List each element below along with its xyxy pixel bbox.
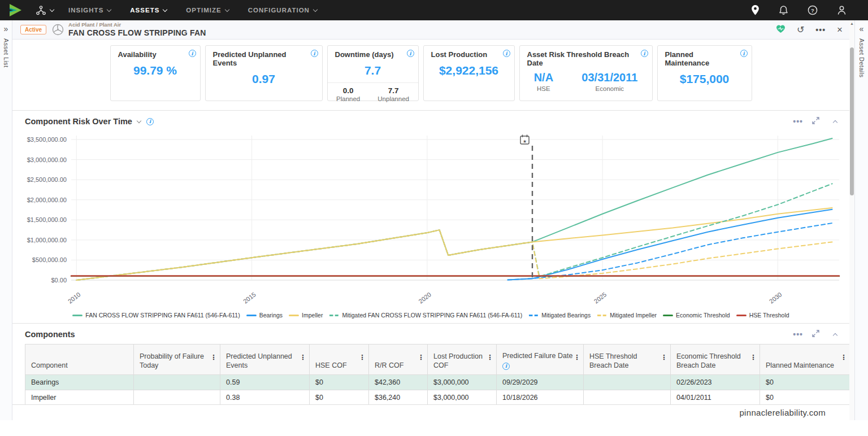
legend-swatch: [329, 315, 339, 316]
kpi-card-availability: Availabilityi99.79 %: [110, 45, 201, 101]
health-heart-icon[interactable]: [776, 25, 785, 35]
chevron-down-icon: [50, 7, 54, 11]
legend-item-economic-threshold[interactable]: Economic Threshold: [663, 312, 730, 319]
column-menu-icon[interactable]: ⋮: [574, 354, 580, 363]
undo-icon[interactable]: ↺: [797, 25, 804, 34]
column-menu-icon[interactable]: ⋮: [487, 354, 493, 363]
svg-text:?: ?: [811, 7, 814, 14]
legend-item-bearings[interactable]: Bearings: [246, 312, 283, 319]
expand-asset-list-icon[interactable]: »: [4, 25, 8, 33]
kpi-value: 99.79 %: [111, 64, 200, 77]
column-header-hse-threshold-breach-date: HSE Threshold Breach Date⋮: [584, 345, 671, 375]
main-menu: INSIGHTSASSETSOPTIMIZECONFIGURATION: [68, 7, 317, 14]
kpi-label: Lost Production: [424, 51, 514, 59]
pinnacle-logo[interactable]: [8, 3, 23, 17]
close-icon[interactable]: ×: [837, 25, 843, 34]
cell: $0: [760, 390, 850, 405]
column-menu-icon[interactable]: ⋮: [661, 354, 667, 363]
column-menu-icon[interactable]: ⋮: [210, 354, 217, 363]
kpi-value: $2,922,156: [424, 64, 514, 77]
hierarchy-selector[interactable]: [36, 6, 54, 15]
table-row-impeller[interactable]: Impeller0.38$0$36,240$3,000,00010/18/202…: [25, 390, 850, 405]
info-icon[interactable]: i: [641, 50, 648, 57]
kpi-value: 0.97: [206, 72, 322, 86]
help-icon[interactable]: ?: [808, 5, 818, 15]
components-section-title: Components: [25, 330, 75, 339]
legend-item-mitigated-impeller[interactable]: Mitigated Impeller: [597, 312, 657, 319]
column-label: Predicted Unplanned Events: [226, 352, 299, 370]
table-menu-icon[interactable]: •••: [793, 330, 803, 339]
collapse-chart-icon[interactable]: [833, 120, 837, 124]
legend-item-mitigated-fan-cross-flow-stripping-fan-fa611-546-fa-611-[interactable]: Mitigated FAN CROSS FLOW STRIPPING FAN F…: [329, 312, 522, 319]
chevron-down-icon[interactable]: [137, 118, 141, 123]
more-options-icon[interactable]: •••: [815, 25, 826, 34]
breadcrumb[interactable]: Acid Plant / Plant Air: [68, 22, 206, 28]
legend-item-hse-threshold[interactable]: HSE Threshold: [736, 312, 789, 319]
info-icon[interactable]: i: [503, 50, 510, 57]
y-axis-tick: $1,000,000.00: [27, 237, 67, 243]
vertical-scrollbar[interactable]: ▲: [849, 20, 854, 420]
expand-chart-icon[interactable]: [812, 116, 819, 127]
column-menu-icon[interactable]: ⋮: [418, 354, 424, 363]
column-header-probability-of-failure-today: Probability of Failure Today⋮: [134, 345, 220, 375]
legend-item-mitigated-bearings[interactable]: Mitigated Bearings: [528, 312, 591, 319]
column-menu-icon[interactable]: ⋮: [840, 354, 847, 363]
expand-asset-details-icon[interactable]: «: [860, 25, 864, 33]
legend-label: Impeller: [302, 312, 323, 319]
legend-label: Economic Threshold: [676, 312, 730, 319]
legend-item-impeller[interactable]: Impeller: [289, 312, 323, 319]
info-icon[interactable]: i: [189, 50, 196, 57]
cell: [584, 390, 671, 405]
site-footer: pinnaclereliability.com: [12, 404, 849, 420]
kpi-label: Planned Maintenance: [658, 51, 752, 68]
cell: [134, 375, 220, 390]
info-icon[interactable]: i: [502, 363, 510, 370]
table-row-bearings[interactable]: Bearings0.59$0$42,360$3,000,00009/29/202…: [25, 375, 850, 390]
info-icon[interactable]: i: [740, 50, 748, 57]
cell: Impeller: [25, 390, 134, 405]
column-menu-icon[interactable]: ⋮: [750, 354, 757, 363]
asset-list-label[interactable]: Asset List: [3, 38, 10, 68]
expand-table-icon[interactable]: [812, 329, 819, 339]
chart-menu-icon[interactable]: •••: [793, 117, 803, 126]
x-axis-tick: 2020: [417, 291, 432, 305]
cell: $3,000,000: [428, 390, 497, 405]
column-header-hse-cof: HSE COF⋮: [310, 345, 369, 375]
column-menu-icon[interactable]: ⋮: [300, 354, 306, 363]
info-icon[interactable]: i: [311, 50, 318, 57]
risk-over-time-chart[interactable]: $0.00$500,000.00$1,000,000.00$1,500,000.…: [17, 129, 845, 308]
nav-item-insights[interactable]: INSIGHTS: [68, 7, 111, 14]
cell: $0: [310, 375, 369, 390]
collapse-table-icon[interactable]: [833, 333, 837, 337]
x-axis-tick: 2015: [242, 291, 257, 305]
components-table: ComponentProbability of Failure Today⋮Pr…: [25, 344, 849, 404]
nav-utility-icons: ?: [751, 5, 860, 15]
asset-detail-body: Availabilityi99.79 %Predicted Unplanned …: [12, 40, 849, 404]
column-label: Economic Threshold Breach Date: [676, 352, 749, 370]
kpi-subvalue-unplanned: 7.7Unplanned: [377, 86, 409, 102]
chart-section-title: Component Risk Over Time: [25, 117, 132, 126]
legend-label: HSE Threshold: [749, 312, 789, 319]
scrollbar-thumb[interactable]: [850, 47, 854, 195]
series-mitigated-impeller: [76, 230, 832, 280]
nav-item-optimize[interactable]: OPTIMIZE: [186, 7, 228, 14]
column-header-predicted-failure-date: Predicted Failure Datei⋮: [497, 345, 584, 375]
info-icon[interactable]: i: [407, 50, 414, 57]
nav-item-configuration[interactable]: CONFIGURATION: [248, 7, 317, 14]
info-icon[interactable]: i: [146, 118, 154, 125]
chevron-down-icon: [107, 7, 111, 11]
notifications-icon[interactable]: [779, 5, 788, 15]
kpi-card-planned-maintenance: Planned Maintenancei$175,000: [657, 45, 752, 101]
asset-details-label[interactable]: Asset Details: [858, 38, 865, 77]
cell: Bearings: [25, 375, 134, 390]
nav-item-assets[interactable]: ASSETS: [130, 7, 167, 14]
column-menu-icon[interactable]: ⋮: [359, 354, 366, 363]
chevron-down-icon: [224, 7, 229, 11]
legend-item-fan-cross-flow-stripping-fan-fa611-546-fa-611-[interactable]: FAN CROSS FLOW STRIPPING FAN FA611 (546-…: [72, 312, 240, 319]
scroll-up-icon[interactable]: ▲: [850, 21, 854, 25]
y-axis-tick: $2,500,000.00: [27, 176, 67, 183]
location-icon[interactable]: [751, 5, 760, 15]
user-icon[interactable]: [837, 5, 847, 15]
page-title: FAN CROSS FLOW STRIPPING FAN: [68, 28, 206, 37]
calendar-icon[interactable]: ★: [520, 135, 529, 145]
